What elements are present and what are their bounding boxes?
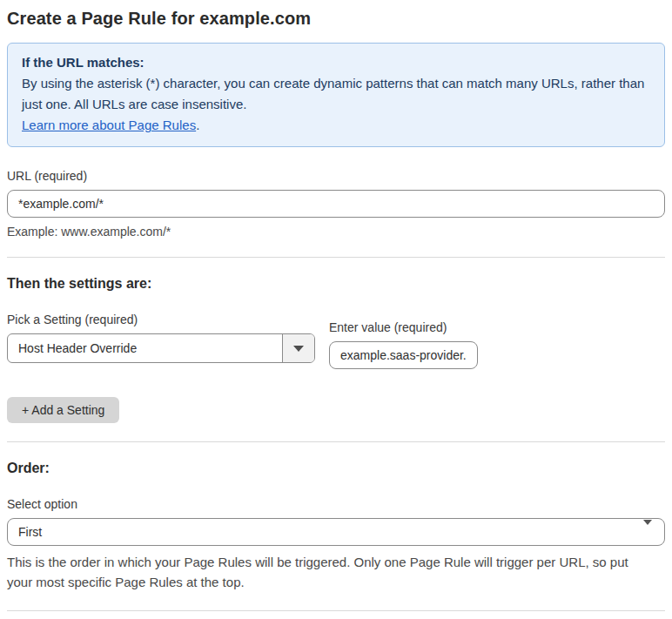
settings-heading: Then the settings are: <box>7 276 665 292</box>
link-suffix: . <box>196 118 199 132</box>
setting-value-label: Enter value (required) <box>329 320 478 334</box>
add-setting-button[interactable]: + Add a Setting <box>7 397 119 423</box>
divider <box>7 257 665 258</box>
chevron-down-icon <box>643 525 652 539</box>
setting-select-label: Pick a Setting (required) <box>7 313 315 326</box>
setting-picker-column: Pick a Setting (required) Host Header Ov… <box>7 313 315 363</box>
chevron-down-icon <box>293 346 304 352</box>
order-select-value: First <box>18 525 42 539</box>
setting-value-input[interactable] <box>329 341 478 369</box>
url-label: URL (required) <box>7 169 665 183</box>
order-heading: Order: <box>7 461 665 476</box>
page-title: Create a Page Rule for example.com <box>7 9 665 29</box>
learn-more-link[interactable]: Learn more about Page Rules <box>22 118 196 132</box>
url-section: URL (required) Example: www.example.com/… <box>7 169 665 239</box>
order-select-label: Select option <box>7 497 665 511</box>
setting-select-arrow-button[interactable] <box>282 334 314 362</box>
setting-select[interactable]: Host Header Override <box>7 333 315 363</box>
divider <box>7 441 665 442</box>
url-input[interactable] <box>7 190 665 218</box>
setting-value-column: Enter value (required) <box>329 313 478 369</box>
order-select[interactable]: First <box>7 518 665 546</box>
url-matches-info-box: If the URL matches: By using the asteris… <box>7 43 665 147</box>
divider <box>7 610 665 611</box>
setting-select-value: Host Header Override <box>8 334 282 362</box>
order-section: Order: Select option First This is the o… <box>7 461 665 592</box>
url-example-helper: Example: www.example.com/* <box>7 225 665 239</box>
settings-section: Then the settings are: Pick a Setting (r… <box>7 276 665 423</box>
order-helper-text: This is the order in which your Page Rul… <box>7 552 651 592</box>
info-box-body: By using the asterisk (*) character, you… <box>22 73 650 136</box>
info-box-body-text: By using the asterisk (*) character, you… <box>22 76 644 111</box>
info-box-heading: If the URL matches: <box>22 52 650 73</box>
settings-row: Pick a Setting (required) Host Header Ov… <box>7 313 665 369</box>
